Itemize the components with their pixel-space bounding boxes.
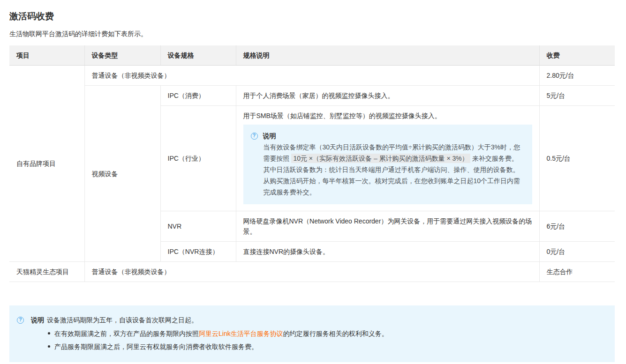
column-header-device-type: 设备类型 [84,45,160,66]
inline-note-box: ? 说明 当有效设备绑定率（30天内日活跃设备数的平均值÷累计购买的激活码数）大… [243,125,532,204]
cell-ipc-nvr-desc: 直接连接NVR的摄像头设备。 [236,242,539,262]
cell-normal-device-tmall: 普通设备（非视频类设备） [84,262,539,282]
cell-video-device: 视频设备 [84,86,160,262]
cell-ipc-industry-desc: 用于SMB场景（如店铺监控、别墅监控等）的视频监控摄像头接入。 ? 说明 当有效… [236,106,539,211]
bullet2-text: 产品服务期限届满之后，阿里云有权就服务向消费者收取软件服务费。 [54,343,258,350]
cell-own-brand-project: 自有品牌项目 [9,66,84,262]
column-header-spec-desc: 规格说明 [236,45,539,66]
page-intro: 生活物联网平台激活码的详细计费如下表所示。 [9,30,615,38]
cell-nvr-desc: 网络硬盘录像机NVR（Network Video Recorder）为网关设备，… [236,211,539,242]
table-header-row: 项目 设备类型 设备规格 规格说明 收费 [9,45,615,66]
inline-note-paragraph-2: 从购买激活码开始，每半年核算一次。核对完成后，在您收到账单之日起10个工作日内需… [264,175,525,198]
table-row: 天猫精灵生态项目 普通设备（非视频类设备） 生态合作 [9,262,615,282]
bottom-note-label: 说明 [31,315,44,325]
bullet1-suffix: 的约定履行服务相关的权利和义务。 [283,330,388,337]
page-title: 激活码收费 [9,10,615,22]
bottom-note-list: 在有效期届满之前，双方在产品的服务期限内按照阿里云Link生活平台服务协议的约定… [48,328,607,352]
service-agreement-link[interactable]: 阿里云Link生活平台服务协议 [199,330,283,337]
note-bullet-1: 在有效期届满之前，双方在产品的服务期限内按照阿里云Link生活平台服务协议的约定… [48,328,607,339]
ipc-industry-desc-text: 用于SMB场景（如店铺监控、别墅监控等）的视频监控摄像头接入。 [243,111,532,121]
bullet1-prefix: 在有效期届满之前，双方在产品的服务期限内按照 [54,330,199,337]
note-bullet-2: 产品服务期限届满之后，阿里云有权就服务向消费者收取软件服务费。 [48,342,607,352]
question-circle-icon: ? [251,133,258,140]
cell-ipc-consumer-spec: IPC（消费） [160,86,236,106]
inline-note-header: ? 说明 [251,130,525,141]
cell-fee-normal-device: 2.80元/台 [539,66,615,86]
cell-ipc-industry-fee: 0.5元/台 [539,106,615,211]
cell-nvr-fee: 6元/台 [539,211,615,242]
bottom-note-panel: ? 说明 设备激活码期限为五年，自该设备首次联网之日起。 在有效期届满之前，双方… [9,305,615,362]
column-header-project: 项目 [9,45,84,66]
doc-page: 激活码收费 生活物联网平台激活码的详细计费如下表所示。 项目 设备类型 设备规格… [0,0,626,362]
cell-ipc-consumer-desc: 用于个人消费场景（家居）的视频监控摄像头接入。 [236,86,539,106]
cell-tmall-project: 天猫精灵生态项目 [9,262,84,282]
table-row: 自有品牌项目 普通设备（非视频类设备） 2.80元/台 [9,66,615,86]
cell-normal-device: 普通设备（非视频类设备） [84,66,539,86]
cell-ipc-nvr-fee: 0元/台 [539,242,615,262]
formula-chip: 10元 ×（实际有效活跃设备 – 累计购买的激活码数量 × 3%） [291,154,470,163]
column-header-fee: 收费 [539,45,615,66]
bottom-note-header: ? 说明 设备激活码期限为五年，自该设备首次联网之日起。 [17,315,607,325]
cell-ipc-consumer-fee: 5元/台 [539,86,615,106]
column-header-device-spec: 设备规格 [160,45,236,66]
inline-note-paragraph-1: 当有效设备绑定率（30天内日活跃设备数的平均值÷累计购买的激活码数）大于3%时，… [264,141,525,175]
cell-ipc-nvr-spec: IPC（NVR连接） [160,242,236,262]
question-circle-icon: ? [17,317,24,324]
bullet-dot-icon [48,345,50,348]
bottom-note-text: 设备激活码期限为五年，自该设备首次联网之日起。 [47,315,198,325]
inline-note-label: 说明 [263,130,276,141]
cell-fee-tmall: 生态合作 [539,262,615,282]
cell-ipc-industry-spec: IPC（行业） [160,106,236,211]
table-row: 视频设备 IPC（消费） 用于个人消费场景（家居）的视频监控摄像头接入。 5元/… [9,86,615,106]
cell-nvr-spec: NVR [160,211,236,242]
bullet-dot-icon [48,332,50,334]
pricing-table: 项目 设备类型 设备规格 规格说明 收费 自有品牌项目 普通设备（非视频类设备）… [9,45,615,282]
